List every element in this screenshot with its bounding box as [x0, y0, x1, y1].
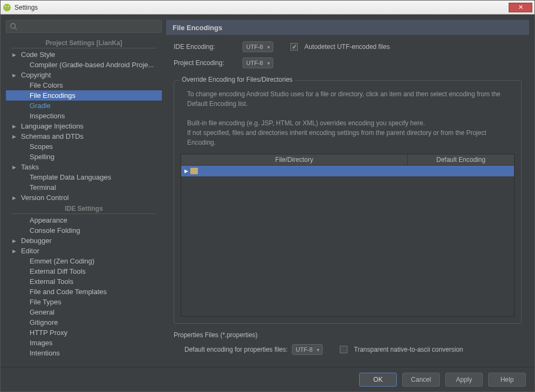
- titlebar: Settings ✕: [1, 1, 534, 15]
- tree-item[interactable]: Images: [6, 338, 162, 348]
- search-input[interactable]: [19, 23, 158, 30]
- tree-item[interactable]: Intentions: [6, 348, 162, 358]
- content-area: Project Settings [LianKa] Code StyleComp…: [1, 15, 534, 367]
- props-encoding-label: Default encoding for properties files:: [184, 346, 288, 353]
- search-box[interactable]: [6, 20, 162, 33]
- tree-item[interactable]: Copyright: [6, 70, 162, 80]
- override-legend: Override Encoding for Files/Directories: [180, 76, 295, 83]
- ide-encoding-label: IDE Encoding:: [174, 43, 238, 51]
- footer: OK Cancel Apply Help: [1, 367, 534, 391]
- tree-item[interactable]: Terminal: [6, 182, 162, 193]
- tree-item[interactable]: File Colors: [6, 80, 162, 90]
- tree-item[interactable]: Compiler (Gradle-based Android Proje...: [6, 60, 162, 70]
- section-project: Project Settings [LianKa]: [11, 37, 156, 48]
- tree-item[interactable]: Tasks: [6, 162, 162, 172]
- properties-section: Properties Files (*.properties) Default …: [174, 331, 522, 355]
- props-encoding-dropdown[interactable]: UTF-8: [292, 344, 323, 355]
- tree-item[interactable]: Console Folding: [6, 225, 162, 236]
- svg-point-0: [3, 4, 11, 11]
- transparent-checkbox[interactable]: [340, 346, 347, 353]
- tree-item[interactable]: Schemas and DTDs: [6, 131, 162, 141]
- tree-item[interactable]: File and Code Templates: [6, 287, 162, 297]
- help-line-1: To change encoding Android Studio uses f…: [187, 89, 508, 109]
- col-default-encoding[interactable]: Default Encoding: [408, 154, 514, 166]
- apply-button[interactable]: Apply: [445, 373, 483, 387]
- tree-item[interactable]: Code Style: [6, 49, 162, 60]
- help-line-3: If not specified, files and directories …: [187, 128, 508, 147]
- tree-item[interactable]: Version Control: [6, 193, 162, 203]
- col-file-directory[interactable]: File/Directory: [181, 154, 408, 166]
- tree-item[interactable]: Appearance: [6, 215, 162, 225]
- settings-window: Settings ✕ Project Settings [LianKa] Cod…: [0, 0, 535, 392]
- tree-item[interactable]: Editor: [6, 246, 162, 256]
- table-row[interactable]: ▶: [181, 166, 514, 176]
- ok-button[interactable]: OK: [359, 373, 397, 387]
- panel-title: File Encodings: [166, 20, 529, 35]
- tree-item[interactable]: Scopes: [6, 141, 162, 152]
- tree-item[interactable]: Gradle: [6, 101, 162, 111]
- tree-item[interactable]: External Tools: [6, 276, 162, 287]
- tree-item[interactable]: Inspections: [6, 111, 162, 121]
- help-button[interactable]: Help: [488, 373, 526, 387]
- svg-line-4: [15, 28, 17, 30]
- panel-body: IDE Encoding: UTF-8 Autodetect UTF-encod…: [166, 35, 529, 361]
- help-line-2: Built-in file encoding (e.g. JSP, HTML o…: [187, 118, 508, 128]
- settings-tree[interactable]: Project Settings [LianKa] Code StyleComp…: [6, 37, 162, 361]
- project-encoding-row: Project Encoding: UTF-8: [174, 58, 522, 68]
- table-body[interactable]: ▶: [181, 166, 514, 316]
- project-encoding-dropdown[interactable]: UTF-8: [242, 58, 273, 68]
- ide-encoding-dropdown[interactable]: UTF-8: [242, 41, 273, 52]
- transparent-label: Transparent native-to-ascii conversion: [354, 346, 463, 353]
- tree-item[interactable]: File Encodings: [6, 90, 162, 101]
- encoding-table: File/Directory Default Encoding ▶: [181, 154, 515, 317]
- tree-item[interactable]: Template Data Languages: [6, 172, 162, 182]
- autodetect-checkbox[interactable]: [290, 43, 298, 51]
- tree-item[interactable]: Spelling: [6, 152, 162, 162]
- section-ide: IDE Settings: [11, 203, 156, 214]
- help-text: To change encoding Android Studio uses f…: [187, 89, 508, 147]
- tree-item[interactable]: Emmet (Zen Coding): [6, 256, 162, 266]
- svg-point-3: [11, 24, 16, 28]
- app-icon: [3, 3, 11, 12]
- properties-legend: Properties Files (*.properties): [174, 331, 522, 339]
- main-panel: File Encodings IDE Encoding: UTF-8 Autod…: [166, 20, 529, 361]
- table-header: File/Directory Default Encoding: [181, 154, 514, 166]
- svg-point-2: [8, 6, 9, 7]
- svg-point-1: [5, 6, 6, 7]
- folder-icon: [190, 168, 198, 174]
- cancel-button[interactable]: Cancel: [402, 373, 440, 387]
- properties-row: Default encoding for properties files: U…: [174, 344, 522, 355]
- project-encoding-label: Project Encoding:: [174, 59, 238, 67]
- window-title: Settings: [15, 4, 509, 11]
- tree-item[interactable]: External Diff Tools: [6, 266, 162, 276]
- sidebar: Project Settings [LianKa] Code StyleComp…: [6, 20, 162, 361]
- expand-icon[interactable]: ▶: [184, 168, 188, 174]
- ide-encoding-row: IDE Encoding: UTF-8 Autodetect UTF-encod…: [174, 41, 522, 52]
- tree-item[interactable]: Language Injections: [6, 121, 162, 131]
- override-fieldset: Override Encoding for Files/Directories …: [174, 80, 522, 324]
- tree-item[interactable]: HTTP Proxy: [6, 327, 162, 338]
- tree-item[interactable]: File Types: [6, 297, 162, 307]
- tree-item[interactable]: Debugger: [6, 236, 162, 246]
- search-icon: [10, 23, 17, 30]
- tree-item[interactable]: General: [6, 307, 162, 317]
- tree-item[interactable]: Gitignore: [6, 317, 162, 327]
- close-button[interactable]: ✕: [509, 3, 532, 12]
- autodetect-label: Autodetect UTF-encoded files: [304, 43, 390, 51]
